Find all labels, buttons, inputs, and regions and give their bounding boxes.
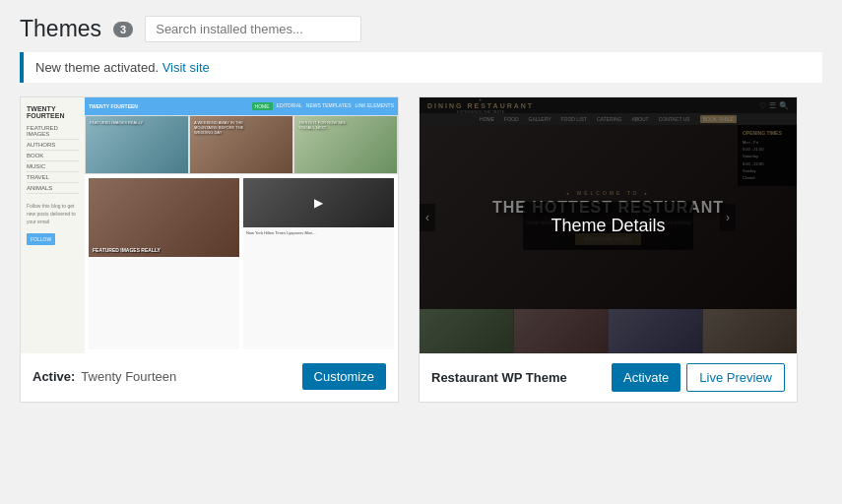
tf-sidebar: TWENTY FOURTEEN FEATURED IMAGES AUTHORS … [21, 97, 85, 353]
active-label: Active: [32, 369, 75, 384]
tf-nav-item: FEATURED IMAGES [27, 123, 79, 140]
tf-content: FEATURED IMAGES REALLY ▶ New York Hilton… [85, 174, 398, 353]
theme-details-label: Theme Details [523, 202, 692, 250]
theme-screenshot-twenty-fourteen: TWENTY FOURTEEN FEATURED IMAGES AUTHORS … [21, 97, 398, 353]
tf-post-left: FEATURED IMAGES REALLY [89, 178, 239, 349]
tf-nav-item: LINK ELEMENTS [356, 102, 394, 110]
tf-sidebar-text: Follow this blog to get new posts delive… [27, 202, 79, 245]
themes-grid: TWENTY FOURTEEN FEATURED IMAGES AUTHORS … [0, 96, 842, 403]
tf-nav: HOME EDITORIAL NEWS TEMPLATES LINK ELEME… [252, 102, 394, 110]
tf-nav-item: MUSIC [27, 161, 79, 172]
search-input[interactable] [145, 16, 361, 42]
tf-main: TWENTY FOURTEEN HOME EDITORIAL NEWS TEMP… [85, 97, 398, 353]
tf-post-right: ▶ New York Hilton Times Lyapunov Mun... [243, 178, 394, 349]
theme-card-restaurant: ✦ DINING RESTAURANT EXPERIENCE THE TASTE… [419, 96, 798, 403]
theme-screenshot-restaurant: ✦ DINING RESTAURANT EXPERIENCE THE TASTE… [420, 97, 797, 353]
restaurant-theme-name: Restaurant WP Theme [431, 370, 567, 385]
tf-video: ▶ [243, 178, 394, 227]
theme-count-badge: 3 [113, 22, 133, 37]
tf-post-meta: New York Hilton Times Lyapunov Mun... [243, 227, 394, 239]
page-header: Themes 3 [0, 0, 842, 52]
theme-footer-active: Active: Twenty Fourteen Customize [21, 353, 398, 400]
tf-nav-item: EDITORIAL [277, 102, 302, 110]
live-preview-button[interactable]: Live Preview [686, 363, 785, 392]
theme-card-twenty-fourteen: TWENTY FOURTEEN FEATURED IMAGES AUTHORS … [20, 96, 399, 403]
customize-button[interactable]: Customize [302, 363, 386, 390]
theme-details-overlay[interactable]: Theme Details [420, 97, 797, 353]
restaurant-btn-group: Activate Live Preview [612, 363, 785, 392]
tf-mock: TWENTY FOURTEEN FEATURED IMAGES AUTHORS … [21, 97, 398, 353]
tf-nav-item: BOOK [27, 151, 79, 161]
tf-hero-cell-2: A WEEKEND AWAY IN THEMOUNTAINS BEFORE TH… [189, 115, 293, 174]
tf-hero: FEATURED IMAGES REALLY A WEEKEND AWAY IN… [85, 115, 398, 174]
tf-nav-item: NEWS TEMPLATES [306, 102, 352, 110]
activate-button[interactable]: Activate [612, 363, 680, 392]
tf-nav-item: AUTHORS [27, 140, 79, 151]
notification-bar: New theme activated. Visit site [20, 52, 822, 83]
notification-text: New theme activated. [35, 60, 159, 75]
tf-nav-active: HOME [252, 102, 273, 110]
tf-hero-cell-3: THIS IS IT FOR NOW SEEYOU ALL NEXT... [293, 115, 398, 174]
page-title: Themes [20, 16, 101, 42]
themes-page: Themes 3 New theme activated. Visit site… [0, 0, 842, 504]
tf-nav-item: ANIMALS [27, 183, 79, 194]
active-theme-name: Twenty Fourteen [81, 369, 176, 384]
tf-logo: TWENTY FOURTEEN [89, 103, 138, 109]
tf-sidebar-title: TWENTY FOURTEEN [27, 105, 79, 119]
visit-site-link[interactable]: Visit site [162, 60, 210, 75]
theme-footer-restaurant: Restaurant WP Theme Activate Live Previe… [420, 353, 797, 402]
tf-hero-cell-1: FEATURED IMAGES REALLY [85, 115, 189, 174]
play-icon: ▶ [314, 196, 323, 210]
theme-name-area: Active: Twenty Fourteen [32, 369, 176, 384]
tf-nav-item: TRAVEL [27, 172, 79, 183]
tf-topbar: TWENTY FOURTEEN HOME EDITORIAL NEWS TEMP… [85, 97, 398, 115]
